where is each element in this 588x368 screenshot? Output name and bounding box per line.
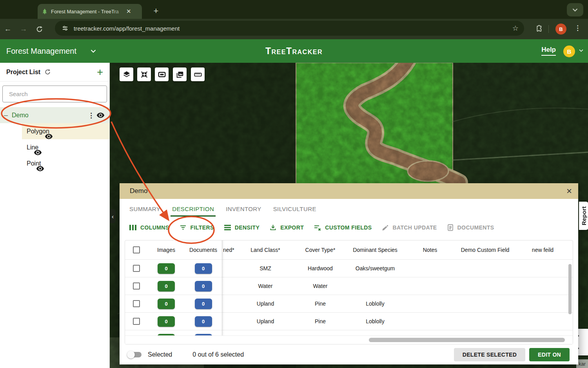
selected-toggle[interactable] xyxy=(128,352,142,357)
documents-count-badge[interactable]: 0 xyxy=(195,299,212,309)
cell-dominant-species: Oaks/sweetgum xyxy=(348,265,403,271)
basemap-icon xyxy=(158,70,166,79)
images-count-badge[interactable]: 0 xyxy=(158,263,175,274)
col-notes[interactable]: Notes xyxy=(403,247,457,253)
help-link[interactable]: Help xyxy=(541,46,556,56)
delete-selected-button[interactable]: DELETE SELECTED xyxy=(454,348,525,361)
tab-search-button[interactable] xyxy=(567,3,583,16)
forward-button[interactable]: → xyxy=(16,25,31,33)
tab-inventory[interactable]: INVENTORY xyxy=(225,199,262,219)
refresh-icon[interactable] xyxy=(44,69,51,75)
col-new-feild[interactable]: new feild xyxy=(513,247,573,253)
tab-summary[interactable]: SUMMARY xyxy=(129,199,161,219)
cell-land-class: Upland xyxy=(238,318,293,324)
account-chevron-icon[interactable] xyxy=(579,49,583,52)
visibility-eye-icon[interactable] xyxy=(45,133,53,139)
browser-menu-icon[interactable]: ⋮ xyxy=(574,24,581,32)
tree-item-point[interactable]: Point xyxy=(0,155,109,171)
columns-button[interactable]: COLUMNS xyxy=(129,224,169,231)
map-basemap-button[interactable] xyxy=(155,67,169,81)
row-checkbox[interactable] xyxy=(133,265,140,272)
bookmark-star-icon[interactable]: ☆ xyxy=(512,24,519,33)
density-button[interactable]: DENSITY xyxy=(224,224,260,231)
visibility-eye-icon[interactable] xyxy=(96,112,105,118)
search-input[interactable] xyxy=(2,86,107,102)
row-checkbox[interactable] xyxy=(133,300,140,307)
table-row[interactable]: 0 0 SMZ Hardwood Oaks/sweetgum xyxy=(125,259,573,277)
chevron-down-icon xyxy=(572,8,578,12)
edit-on-button[interactable]: EDIT ON xyxy=(529,348,570,361)
select-all-checkbox[interactable] xyxy=(133,246,140,253)
tree-item-line[interactable]: Line xyxy=(0,139,109,155)
tab-description[interactable]: DESCRIPTION xyxy=(171,199,215,219)
close-icon[interactable]: × xyxy=(566,187,572,195)
documents-count-badge[interactable]: 0 xyxy=(195,263,212,274)
sidebar-collapse-handle[interactable]: ‹ xyxy=(110,209,116,223)
images-count-badge[interactable]: 0 xyxy=(158,299,175,309)
collapse-icon[interactable]: – xyxy=(4,111,8,119)
visibility-eye-icon[interactable] xyxy=(36,166,44,171)
layers-icon xyxy=(122,70,131,79)
col-land-class[interactable]: Land Class* xyxy=(238,247,293,253)
cell-dominant-species: Loblolly xyxy=(348,301,403,307)
images-count-badge[interactable]: 0 xyxy=(158,281,175,291)
imagery-icon xyxy=(176,70,184,79)
col-images[interactable]: Images xyxy=(148,247,185,253)
item-menu-icon[interactable]: ⋮ xyxy=(88,111,94,119)
cell-dominant-species: Loblolly xyxy=(348,318,403,324)
filters-button[interactable]: FILTERS xyxy=(180,224,214,231)
user-avatar[interactable]: B xyxy=(563,46,575,57)
col-documents[interactable]: Documents xyxy=(185,247,222,253)
col-demo-custom-field[interactable]: Demo Custom Field xyxy=(457,247,513,253)
horizontal-scrollbar-track[interactable] xyxy=(125,335,573,344)
back-button[interactable]: ← xyxy=(0,25,16,33)
app-header: Forest Management TreeTracker Help B xyxy=(0,39,588,63)
tab-close-icon[interactable]: ✕ xyxy=(126,8,131,15)
tree-item-polygon[interactable]: Polygon xyxy=(0,123,109,139)
map-fit-view-button[interactable] xyxy=(137,67,151,81)
batch-update-button[interactable]: BATCH UPDATE xyxy=(382,224,437,231)
row-checkbox[interactable] xyxy=(133,318,140,325)
table-row[interactable]: 0 0 Upland Pine Loblolly xyxy=(125,312,573,330)
row-checkbox[interactable] xyxy=(133,282,140,290)
browser-profile-avatar[interactable]: B xyxy=(555,24,566,35)
table-header-row: Images Documents ned* Land Class* Cover … xyxy=(125,240,573,259)
cell-land-class: Water xyxy=(238,283,293,289)
extensions-icon[interactable] xyxy=(534,24,543,33)
tree-item-label: Demo xyxy=(12,112,29,119)
selection-status: 0 out of 6 selected xyxy=(192,351,244,358)
map-imagery-button[interactable] xyxy=(173,67,187,81)
export-button[interactable]: EXPORT xyxy=(270,224,304,231)
browser-tab[interactable]: Forest Management - TreeTra ✕ xyxy=(38,4,142,19)
col-dominant-species[interactable]: Dominant Species xyxy=(348,247,403,253)
images-count-badge[interactable]: 0 xyxy=(158,316,175,327)
col-cover-type[interactable]: Cover Type* xyxy=(293,247,348,253)
download-icon xyxy=(270,224,276,231)
table-row[interactable]: 0 0 Upland Pine Loblolly xyxy=(125,295,573,312)
tab-silviculture[interactable]: SILVICULTURE xyxy=(272,199,317,219)
density-icon xyxy=(224,225,231,230)
tab-strip: Forest Management - TreeTra ✕ + xyxy=(0,0,588,19)
horizontal-scrollbar-thumb[interactable] xyxy=(369,338,565,342)
documents-button[interactable]: DOCUMENTS xyxy=(447,224,494,231)
reload-button[interactable] xyxy=(31,26,47,33)
panel-header[interactable]: Demo × xyxy=(120,183,578,199)
tree-item-demo[interactable]: – Demo ⋮ xyxy=(0,107,109,123)
site-info-icon[interactable] xyxy=(60,24,70,33)
new-tab-button[interactable]: + xyxy=(150,5,162,17)
frozen-columns-shadow xyxy=(222,240,225,335)
custom-fields-button[interactable]: CUSTOM FIELDS xyxy=(314,224,372,231)
map-measure-button[interactable] xyxy=(191,67,205,81)
table-row[interactable]: 0 0 Water Water xyxy=(125,277,573,295)
map-layers-button[interactable] xyxy=(120,67,133,81)
documents-count-badge[interactable]: 0 xyxy=(195,281,212,291)
panel-tabs: SUMMARY DESCRIPTION INVENTORY SILVICULTU… xyxy=(120,199,578,219)
report-side-tab[interactable]: Report xyxy=(579,202,588,230)
add-project-button[interactable]: + xyxy=(97,68,103,76)
cell-cover-type: Water xyxy=(293,283,348,289)
address-bar[interactable]: treetracker.com/app/forest_management ☆ xyxy=(55,21,524,36)
visibility-eye-icon[interactable] xyxy=(34,149,42,155)
table-body: 0 0 SMZ Hardwood Oaks/sweetgum 0 0 Water… xyxy=(125,259,573,336)
vertical-scrollbar[interactable] xyxy=(568,264,572,314)
documents-count-badge[interactable]: 0 xyxy=(195,316,212,327)
